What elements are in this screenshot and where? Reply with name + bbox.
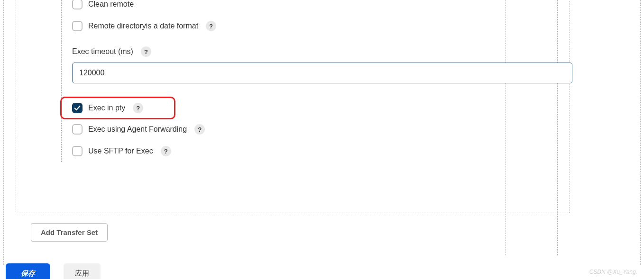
check-icon: [74, 105, 81, 111]
add-transfer-set-button[interactable]: Add Transfer Set: [31, 223, 108, 242]
question-mark-icon[interactable]: ?: [161, 146, 171, 156]
clean-remote-label: Clean remote: [88, 0, 134, 9]
form-group: Clean remote Remote directoryis a date f…: [62, 0, 583, 162]
exec-agent-forwarding-row: Exec using Agent Forwarding ?: [72, 119, 572, 140]
apply-button[interactable]: 应用: [64, 263, 101, 279]
use-sftp-for-exec-label: Use SFTP for Exec: [88, 147, 153, 155]
remote-dir-date-format-row: Remote directoryis a date format ?: [72, 15, 572, 37]
question-mark-icon[interactable]: ?: [194, 124, 205, 135]
exec-timeout-input[interactable]: [72, 63, 572, 83]
exec-timeout-label: Exec timeout (ms): [72, 47, 133, 56]
clean-remote-checkbox[interactable]: [72, 0, 83, 9]
inner-content: Clean remote Remote directoryis a date f…: [61, 0, 583, 162]
use-sftp-for-exec-checkbox[interactable]: [72, 146, 83, 156]
remote-dir-date-format-checkbox[interactable]: [72, 21, 83, 31]
exec-timeout-label-row: Exec timeout (ms) ?: [72, 46, 572, 57]
use-sftp-for-exec-row: Use SFTP for Exec ?: [72, 140, 572, 162]
question-mark-icon[interactable]: ?: [141, 46, 151, 57]
save-button[interactable]: 保存: [6, 263, 50, 279]
exec-agent-forwarding-checkbox[interactable]: [72, 124, 83, 135]
bottom-bar: 保存 应用: [0, 260, 644, 279]
exec-agent-forwarding-label: Exec using Agent Forwarding: [88, 125, 187, 134]
watermark: CSDN @Xu_Yang.: [589, 269, 637, 275]
transfer-set-container: Clean remote Remote directoryis a date f…: [16, 0, 570, 213]
main-frame: Clean remote Remote directoryis a date f…: [3, 0, 641, 265]
question-mark-icon[interactable]: ?: [133, 103, 143, 113]
clean-remote-row: Clean remote: [72, 0, 572, 15]
remote-dir-date-format-label: Remote directoryis a date format: [88, 22, 198, 30]
exec-in-pty-label: Exec in pty: [88, 104, 125, 112]
question-mark-icon[interactable]: ?: [206, 21, 216, 31]
exec-in-pty-checkbox[interactable]: [72, 103, 83, 113]
exec-in-pty-row: Exec in pty ?: [72, 103, 143, 113]
exec-in-pty-highlight: Exec in pty ?: [60, 97, 175, 119]
